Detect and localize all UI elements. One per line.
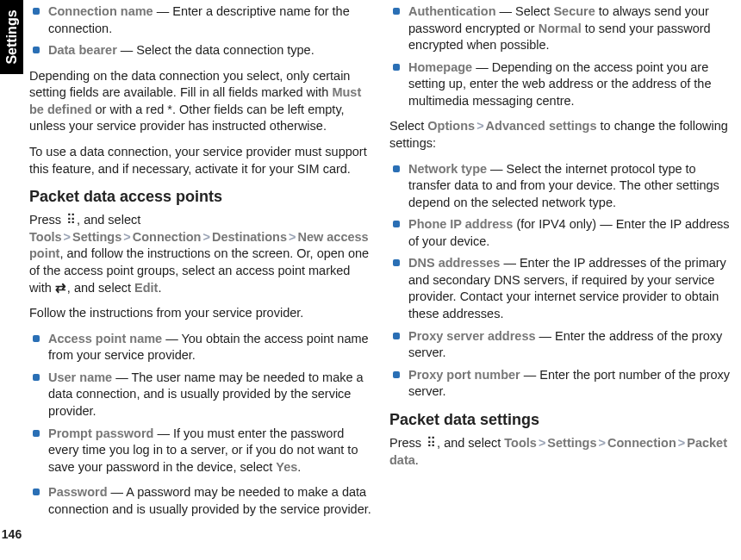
list-item: Phone IP address (for IPV4 only) — Enter…	[389, 216, 734, 250]
bullet-icon	[393, 8, 400, 15]
bullet-icon	[393, 259, 400, 266]
term: Phone IP address	[408, 217, 513, 231]
list-item: Homepage — Depending on the access point…	[389, 59, 734, 110]
chevron-right-icon: >	[599, 436, 606, 450]
list-item: Data bearer — Select the data connection…	[29, 42, 374, 59]
heading-packet-settings: Packet data settings	[389, 409, 734, 430]
paragraph: Press ⠿, and select Tools>Settings>Conne…	[389, 435, 734, 469]
bullet-icon	[33, 430, 40, 437]
desc: — Select the data connection type.	[117, 43, 314, 57]
bullet-icon	[33, 374, 40, 381]
bullet-icon	[33, 47, 40, 53]
page-number: 146	[0, 526, 23, 543]
bullet-icon	[33, 335, 40, 342]
list-item: Access point name — You obtain the acces…	[29, 331, 374, 364]
list-item: User name — The user name may be needed …	[29, 370, 374, 420]
paragraph: To use a data connection, your service p…	[29, 144, 374, 177]
heading-packet-ap: Packet data access points	[29, 186, 374, 207]
list-item: DNS addresses — Enter the IP addresses o…	[389, 255, 734, 322]
bullet-icon	[33, 488, 40, 495]
term: Password	[48, 485, 108, 499]
term: Data bearer	[48, 43, 117, 57]
term: Connection name	[48, 4, 153, 18]
paragraph: Depending on the data connection you sel…	[29, 68, 374, 135]
list-item: Password — A password may be needed to m…	[29, 484, 374, 518]
term: Proxy server address	[408, 329, 536, 343]
chevron-right-icon: >	[289, 230, 296, 244]
bullet-icon	[393, 165, 400, 172]
list-ap: Access point name — You obtain the acces…	[29, 331, 374, 476]
paragraph: Press ⠿, and select Tools>Settings>Conne…	[29, 212, 374, 296]
chevron-right-icon: >	[476, 119, 483, 133]
chevron-right-icon: >	[202, 230, 209, 244]
list-item: Proxy server address — Enter the address…	[389, 328, 734, 362]
edit-icon: ⇄	[55, 280, 67, 297]
chevron-right-icon: >	[123, 230, 130, 244]
list-item: Proxy port number — Enter the port numbe…	[389, 367, 734, 401]
chevron-right-icon: >	[678, 436, 685, 450]
list-item: Prompt password — If you must enter the …	[29, 426, 374, 476]
term: Access point name	[48, 332, 162, 345]
section-tab-label: Settings	[3, 9, 22, 64]
list-item: Authentication — Select Secure to always…	[389, 3, 734, 54]
term: Prompt password	[48, 426, 153, 440]
paragraph: Follow the instructions from your servic…	[29, 305, 374, 322]
bullet-icon	[393, 221, 400, 227]
section-tab: Settings	[0, 0, 23, 74]
menu-key-icon: ⠿	[425, 435, 437, 452]
chevron-right-icon: >	[64, 230, 71, 244]
list-col2b: Network type — Select the internet proto…	[389, 161, 734, 401]
list-item: Network type — Select the internet proto…	[389, 161, 734, 212]
bullet-icon	[393, 333, 400, 339]
term: User name	[48, 370, 112, 384]
term: Proxy port number	[408, 368, 520, 382]
page-content: Connection name — Enter a descriptive na…	[29, 3, 734, 555]
list-top: Connection name — Enter a descriptive na…	[29, 3, 374, 59]
sidebar: Settings 146	[0, 0, 26, 560]
term: Homepage	[408, 60, 472, 74]
term: Authentication	[408, 4, 496, 18]
bullet-icon	[393, 371, 400, 378]
chevron-right-icon: >	[539, 436, 545, 450]
menu-key-icon: ⠿	[65, 212, 77, 229]
bullet-icon	[393, 64, 400, 71]
bullet-icon	[33, 8, 40, 15]
paragraph: Select Options>Advanced settings to chan…	[389, 118, 734, 152]
term: DNS addresses	[408, 256, 500, 270]
list-item: Connection name — Enter a descriptive na…	[29, 3, 374, 37]
term: Network type	[408, 162, 487, 176]
